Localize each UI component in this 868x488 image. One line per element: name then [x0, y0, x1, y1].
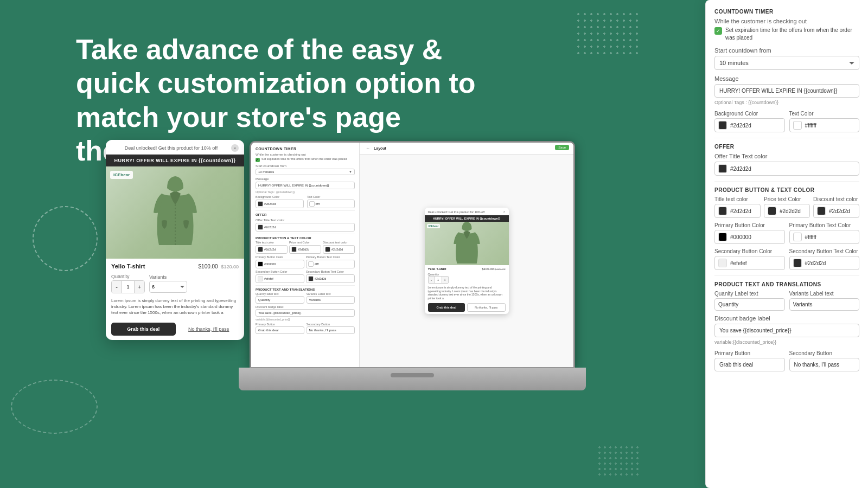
- screen-discount-badge-input[interactable]: You save {{discounted_price}}: [256, 309, 355, 317]
- screen-primary-btn-text-swatch[interactable]: #fff: [306, 260, 355, 268]
- screen-primary-btn-input[interactable]: Grab this deal: [256, 326, 304, 334]
- sp-qty-label-input[interactable]: [714, 298, 785, 311]
- sp-primary-btn-field[interactable]: Grab this deal: [714, 358, 785, 371]
- screen-variants-label-input[interactable]: Variants: [307, 296, 355, 304]
- screen-price-color-swatch[interactable]: #2d2d2d: [289, 245, 321, 254]
- mini-coat-illustration: [452, 221, 482, 267]
- sp-secondary-btn-swatch[interactable]: #efefef: [714, 256, 785, 270]
- screen-offer-swatch[interactable]: #2d2d2d: [256, 223, 355, 232]
- screen-tab-label: Layout: [374, 146, 386, 150]
- sp-discount-color-swatch[interactable]: #2d2d2d: [813, 204, 859, 218]
- mini-popup-title: Deal unlocked! Get this product for 10% …: [428, 210, 485, 214]
- sp-message-input[interactable]: [714, 84, 859, 98]
- sp-price-color-swatch[interactable]: #2d2d2d: [764, 204, 810, 218]
- screen-discount-color-swatch[interactable]: #2d2d2d: [323, 245, 355, 254]
- popup-buttons: Grab this deal No thanks, I'll pass: [106, 318, 244, 340]
- screen-checkout-label: While the customer is checking out: [256, 153, 355, 156]
- sp-text-color-swatch[interactable]: #ffffff: [789, 118, 860, 132]
- grab-deal-button[interactable]: Grab this deal: [111, 323, 176, 336]
- sp-product-btn-title: PRODUCT BUTTON & TEXT COLOR: [714, 187, 859, 193]
- laptop-mockup: COUNTDOWN TIMER While the customer is ch…: [239, 141, 586, 401]
- screen-secondary-btn-input[interactable]: No thanks, I'll pass: [307, 326, 355, 334]
- sp-price-color-group: Price text Color #2d2d2d: [764, 196, 810, 218]
- screen-header-bar: ← Layout Save: [360, 143, 573, 155]
- screen-text-color: Text Color #fff: [307, 195, 355, 208]
- sp-secondary-btn-field[interactable]: No thanks, I'll pass: [789, 358, 860, 371]
- screen-countdown-title: COUNTDOWN TIMER: [256, 147, 355, 151]
- mini-qty-minus[interactable]: -: [429, 277, 435, 283]
- decorative-dots-top: [575, 11, 640, 54]
- sp-discount-color-group: Discount text color #2d2d2d: [813, 196, 859, 218]
- screen-message-label: Message: [256, 177, 355, 181]
- sp-divider2: [714, 181, 859, 182]
- laptop-base: [239, 368, 586, 390]
- screen-right-panel: ← Layout Save Deal unlocked! Get this pr…: [360, 143, 573, 367]
- screen-divider: [256, 210, 355, 211]
- screen-save-button[interactable]: Save: [555, 145, 569, 150]
- settings-panel: COUNTDOWN TIMER While the customer is ch…: [705, 0, 868, 488]
- sp-bg-color-swatch[interactable]: #2d2d2d: [714, 118, 785, 132]
- screen-bg-swatch[interactable]: #2d2d2d: [256, 200, 304, 208]
- quantity-stepper[interactable]: - 1 +: [111, 280, 145, 293]
- popup-product-price: $100.00 $120.00: [199, 264, 239, 269]
- back-icon[interactable]: ←: [364, 145, 372, 152]
- close-icon[interactable]: ×: [231, 144, 239, 152]
- mini-qty-value: 1: [435, 277, 442, 283]
- mini-close-icon[interactable]: ×: [503, 210, 505, 214]
- sp-title-color-swatch[interactable]: #2d2d2d: [714, 204, 761, 218]
- sp-translations-title: PRODUCT TEXT AND TRANSLATIONS: [714, 281, 859, 287]
- screen-countdown-select[interactable]: 10 minutes ▼: [256, 169, 355, 175]
- screen-text-swatch[interactable]: #fff: [307, 200, 355, 208]
- sp-divider1: [714, 138, 859, 138]
- popup-description: Lorem ipsum is simply dummy text of the …: [106, 296, 244, 318]
- sp-checkbox-row: ✓ Set expiration time for the offers fro…: [714, 27, 859, 42]
- screen-qty-label-input[interactable]: Quantity: [256, 296, 304, 304]
- sp-start-label: Start countdown from: [714, 47, 859, 54]
- decorative-arc: [11, 380, 98, 434]
- mini-no-thanks-button[interactable]: No thanks, I'll pass: [467, 303, 506, 312]
- sp-discount-badge-hint: variable:{{discounted_price}}: [714, 339, 859, 345]
- sp-color-section: Background Color #2d2d2d Text Color #fff…: [714, 111, 859, 132]
- sp-countdown-select[interactable]: 10 minutes: [714, 56, 859, 70]
- sp-divider3: [714, 275, 859, 276]
- mini-brand: ICEbear: [427, 224, 441, 228]
- screen-sec-btn-swatch[interactable]: #efefef: [256, 274, 304, 283]
- sp-variants-label-input[interactable]: [789, 298, 860, 311]
- screen-start-label: Start countdown from: [256, 164, 355, 168]
- screen-primary-btn-swatch[interactable]: #000000: [256, 260, 304, 268]
- sp-expiration-checkbox[interactable]: ✓: [714, 27, 722, 35]
- sp-message-label: Message: [714, 75, 859, 82]
- qty-minus-button[interactable]: -: [112, 281, 122, 293]
- sp-primary-btn-swatch[interactable]: #000000: [714, 230, 785, 244]
- no-thanks-button[interactable]: No thanks, I'll pass: [179, 323, 239, 336]
- screen-message-input[interactable]: HURRY! OFFER WILL EXPIRE IN {{countdown}…: [256, 182, 355, 189]
- qty-plus-button[interactable]: +: [135, 281, 144, 293]
- screen-title-color-swatch[interactable]: #2d2d2d: [256, 245, 288, 254]
- mini-qty-plus[interactable]: +: [442, 277, 448, 283]
- sp-offer-title-swatch[interactable]: #2d2d2d: [714, 162, 859, 176]
- decorative-circle: [33, 206, 98, 271]
- popup-header-text: Deal unlocked! Get this product for 10% …: [111, 145, 231, 151]
- mini-popup-header: Deal unlocked! Get this product for 10% …: [425, 208, 509, 215]
- variants-select[interactable]: 6: [149, 281, 187, 293]
- sp-offer-title-color-label: Offer Title Text color: [714, 153, 859, 159]
- sp-text-color-group: Text Color #ffffff: [789, 111, 860, 132]
- mini-buttons: Grab this deal No thanks, I'll pass: [425, 301, 509, 314]
- popup-product-image: ICEbear: [106, 166, 244, 259]
- sp-primary-btn-text-swatch[interactable]: #ffffff: [789, 230, 860, 244]
- decorative-dots-bottom: [597, 445, 640, 477]
- screen-checkbox: ✓: [256, 158, 260, 162]
- screen-sec-btn-text-swatch[interactable]: #2d2d2d: [306, 274, 355, 283]
- popup-qty-variants: Quantity - 1 + Variants 6: [106, 272, 244, 296]
- sp-bg-color-group: Background Color #2d2d2d: [714, 111, 785, 132]
- qty-section: Quantity - 1 +: [111, 274, 145, 293]
- mini-grab-button[interactable]: Grab this deal: [428, 303, 465, 312]
- coat-illustration: [151, 175, 200, 251]
- sp-secondary-btn-text-swatch[interactable]: #2d2d2d: [789, 256, 860, 270]
- sp-primary-btn-label-group: Primary Button Grab this deal: [714, 350, 785, 374]
- sp-discount-badge-input[interactable]: [714, 324, 859, 337]
- screen-product-btn-header: PRODUCT BUTTON & TEXT COLOR: [256, 236, 355, 240]
- sp-secondary-btn-text-color-group: Secondary Button Text Color #2d2d2d: [789, 248, 860, 270]
- mini-quantity-stepper[interactable]: - 1 +: [428, 276, 449, 284]
- laptop-screen: COUNTDOWN TIMER While the customer is ch…: [250, 141, 575, 369]
